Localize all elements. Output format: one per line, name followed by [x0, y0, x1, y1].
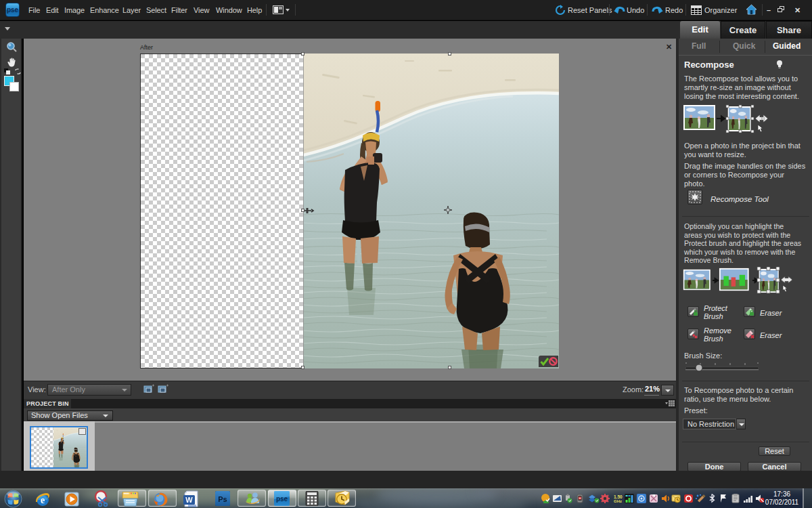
svg-text:1.50: 1.50: [614, 494, 623, 499]
svg-text:GHz: GHz: [614, 499, 622, 503]
svg-text:e: e: [41, 495, 45, 505]
svg-text:Ps: Ps: [218, 495, 227, 503]
svg-text:W: W: [185, 496, 193, 504]
svg-text:pse: pse: [276, 495, 288, 503]
